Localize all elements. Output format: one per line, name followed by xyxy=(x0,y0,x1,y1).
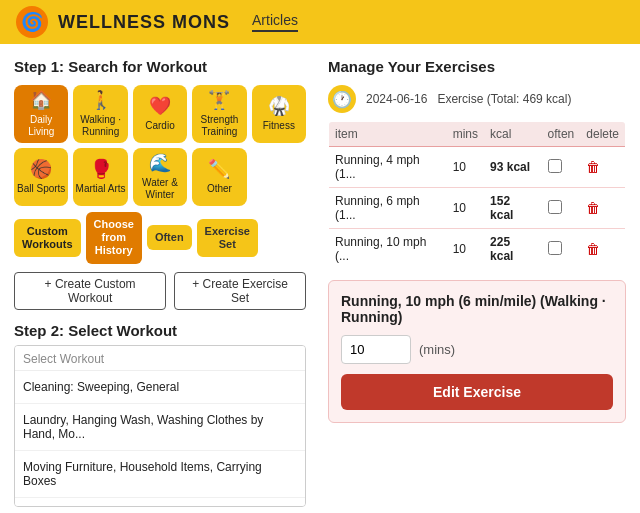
col-mins: mins xyxy=(447,122,484,147)
cat-other-label: Other xyxy=(207,183,232,195)
exercise-kcal: 152 kcal xyxy=(484,188,542,229)
martial-arts-icon: 🥊 xyxy=(90,159,112,181)
exercise-name: Running, 4 mph (1... xyxy=(329,147,447,188)
exercise-kcal: 225 kcal xyxy=(484,229,542,270)
detail-card: Running, 10 mph (6 min/mile) (Walking · … xyxy=(328,280,626,423)
exercise-mins: 10 xyxy=(447,188,484,229)
cat-water-winter[interactable]: 🌊 Water & Winter xyxy=(133,148,187,206)
exercise-often[interactable] xyxy=(542,229,581,270)
create-row: + Create Custom Workout + Create Exercis… xyxy=(14,272,306,310)
often-button[interactable]: Often xyxy=(147,225,192,250)
delete-button[interactable]: 🗑 xyxy=(586,159,600,175)
list-item[interactable]: Cleaning: Sweeping, General xyxy=(15,371,305,404)
cat-martial-arts-label: Martial Arts xyxy=(76,183,126,195)
exercise-delete[interactable]: 🗑 xyxy=(580,229,625,270)
list-item[interactable]: Laundry, Hanging Wash, Washing Clothes b… xyxy=(15,404,305,451)
other-icon: ✏️ xyxy=(208,159,230,181)
cat-fitness-label: Fitness xyxy=(263,120,295,132)
cardio-icon: ❤️ xyxy=(149,96,171,118)
fitness-icon: 🥋 xyxy=(268,96,290,118)
app-title: WELLNESS MONS xyxy=(58,12,230,33)
cat-walking-label: Walking · Running xyxy=(75,114,125,138)
custom-workouts-button[interactable]: CustomWorkouts xyxy=(14,219,81,257)
cat-daily-living[interactable]: 🏠 Daily Living xyxy=(14,85,68,143)
exercise-kcal: 93 kcal xyxy=(484,147,542,188)
step1-title: Step 1: Search for Workout xyxy=(14,58,306,75)
exercise-mins: 10 xyxy=(447,147,484,188)
exercise-mins: 10 xyxy=(447,229,484,270)
main-layout: Step 1: Search for Workout 🏠 Daily Livin… xyxy=(0,44,640,513)
create-exercise-set-button[interactable]: + Create Exercise Set xyxy=(174,272,306,310)
cat-fitness[interactable]: 🥋 Fitness xyxy=(252,85,306,143)
workout-list[interactable]: Select Workout Cleaning: Sweeping, Gener… xyxy=(14,345,306,507)
nav-articles[interactable]: Articles xyxy=(252,12,298,32)
right-panel: Manage Your Exercises 🕐 2024-06-16 Exerc… xyxy=(320,44,640,513)
daily-living-icon: 🏠 xyxy=(30,90,52,112)
app-logo: 🌀 xyxy=(16,6,48,38)
exercise-delete[interactable]: 🗑 xyxy=(580,147,625,188)
workout-list-label: Select Workout xyxy=(15,346,305,371)
category-grid: 🏠 Daily Living 🚶 Walking · Running ❤️ Ca… xyxy=(14,85,306,206)
clock-icon: 🕐 xyxy=(328,85,356,113)
step2-title: Step 2: Select Workout xyxy=(14,322,306,339)
exercise-summary: Exercise (Total: 469 kcal) xyxy=(437,92,571,106)
exercise-date: 2024-06-16 xyxy=(366,92,427,106)
left-panel: Step 1: Search for Workout 🏠 Daily Livin… xyxy=(0,44,320,513)
col-often: often xyxy=(542,122,581,147)
cat-ball-sports[interactable]: 🏀 Ball Sports xyxy=(14,148,68,206)
mins-input[interactable] xyxy=(341,335,411,364)
table-row: Running, 10 mph (... 10 225 kcal 🗑 xyxy=(329,229,626,270)
history-button[interactable]: ChoosefromHistory xyxy=(86,212,142,264)
exercise-header: 🕐 2024-06-16 Exercise (Total: 469 kcal) xyxy=(328,85,626,113)
mins-label: (mins) xyxy=(419,342,455,357)
cat-strength[interactable]: 🏋️ Strength Training xyxy=(192,85,246,143)
cat-cardio[interactable]: ❤️ Cardio xyxy=(133,85,187,143)
cat-ball-sports-label: Ball Sports xyxy=(17,183,65,195)
cat-martial-arts[interactable]: 🥊 Martial Arts xyxy=(73,148,127,206)
col-item: item xyxy=(329,122,447,147)
water-icon: 🌊 xyxy=(149,153,171,175)
col-delete: delete xyxy=(580,122,625,147)
manage-title: Manage Your Exercises xyxy=(328,58,626,75)
exercise-name: Running, 10 mph (... xyxy=(329,229,447,270)
exercise-set-button[interactable]: ExerciseSet xyxy=(197,219,258,257)
strength-icon: 🏋️ xyxy=(208,90,230,112)
list-item[interactable]: Moving Furniture, Household Items, Carry… xyxy=(15,451,305,498)
exercise-name: Running, 6 mph (1... xyxy=(329,188,447,229)
list-item[interactable]: Child Care, General xyxy=(15,498,305,507)
logo-icon: 🌀 xyxy=(21,11,43,33)
create-custom-workout-button[interactable]: + Create Custom Workout xyxy=(14,272,166,310)
exercise-delete[interactable]: 🗑 xyxy=(580,188,625,229)
edit-exercise-button[interactable]: Edit Exercise xyxy=(341,374,613,410)
cat-walking-running[interactable]: 🚶 Walking · Running xyxy=(73,85,127,143)
ball-sports-icon: 🏀 xyxy=(30,159,52,181)
app-header: 🌀 WELLNESS MONS Articles xyxy=(0,0,640,44)
exercise-table: item mins kcal often delete Running, 4 m… xyxy=(328,121,626,270)
mins-row: (mins) xyxy=(341,335,613,364)
exercise-often[interactable] xyxy=(542,147,581,188)
cat-daily-living-label: Daily Living xyxy=(16,114,66,138)
cat-cardio-label: Cardio xyxy=(145,120,174,132)
action-row: CustomWorkouts ChoosefromHistory Often E… xyxy=(14,212,306,264)
detail-exercise-name: Running, 10 mph (6 min/mile) (Walking · … xyxy=(341,293,613,325)
table-row: Running, 6 mph (1... 10 152 kcal 🗑 xyxy=(329,188,626,229)
exercise-often[interactable] xyxy=(542,188,581,229)
cat-other[interactable]: ✏️ Other xyxy=(192,148,246,206)
walking-icon: 🚶 xyxy=(90,90,112,112)
delete-button[interactable]: 🗑 xyxy=(586,241,600,257)
table-row: Running, 4 mph (1... 10 93 kcal 🗑 xyxy=(329,147,626,188)
col-kcal: kcal xyxy=(484,122,542,147)
delete-button[interactable]: 🗑 xyxy=(586,200,600,216)
cat-strength-label: Strength Training xyxy=(194,114,244,138)
cat-water-label: Water & Winter xyxy=(135,177,185,201)
